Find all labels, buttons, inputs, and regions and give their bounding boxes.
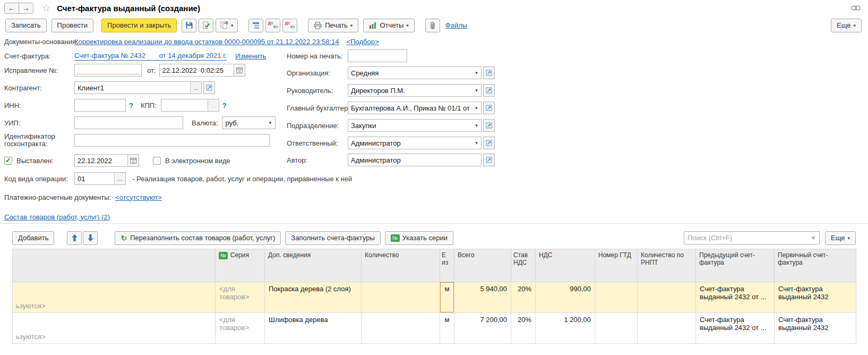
reports-button[interactable]: Отчеты ▾	[363, 19, 414, 32]
attachments-button[interactable]	[425, 19, 440, 32]
vat-rate-cell[interactable]: 20%	[511, 282, 536, 313]
department-input[interactable]	[348, 120, 472, 131]
total-cell[interactable]: 7 200,00	[454, 313, 511, 344]
open-button[interactable]	[483, 119, 495, 132]
column-header-vat-rate[interactable]: Став НДС	[511, 249, 536, 282]
primary-invoice-cell[interactable]: Счет-фактура выданный 2432	[775, 313, 856, 344]
unit-cell[interactable]: м	[440, 313, 454, 344]
column-header-nomenclature[interactable]	[13, 249, 216, 282]
clear-search-icon[interactable]: ×	[807, 234, 819, 242]
get-link-button[interactable]	[851, 5, 861, 13]
write-button[interactable]: Записать	[5, 19, 47, 32]
issued-checkbox[interactable]: ✓	[4, 157, 12, 165]
open-button[interactable]	[483, 154, 495, 166]
forward-button[interactable]: →	[19, 3, 33, 14]
open-button[interactable]	[483, 66, 495, 79]
chevron-down-icon[interactable]: ▾	[472, 84, 481, 96]
quantity-cell[interactable]	[362, 282, 440, 313]
total-cell[interactable]: 5 940,00	[454, 282, 511, 313]
save-button[interactable]	[182, 19, 196, 32]
postings-report-button[interactable]: ДтКт	[282, 19, 297, 32]
fill-invoices-button[interactable]: Заполнить счета-фактуры	[285, 231, 381, 245]
open-button[interactable]	[203, 81, 215, 94]
chevron-down-icon[interactable]: ▾	[266, 117, 275, 129]
move-down-button[interactable]	[83, 231, 98, 245]
previous-invoice-cell[interactable]: Счет-фактура выданный 2432 от ...	[696, 313, 775, 344]
column-header-previous-invoice[interactable]: Предыдущий счет-фактура	[696, 249, 775, 282]
invoice-change-link[interactable]: Изменить	[235, 52, 267, 60]
add-row-button[interactable]: Добавить	[12, 231, 54, 245]
rnpt-quantity-cell[interactable]	[638, 282, 696, 313]
back-button[interactable]: ←	[4, 3, 19, 14]
chevron-down-icon[interactable]: ▾	[472, 102, 481, 114]
inn-input[interactable]	[75, 99, 125, 111]
chevron-down-icon[interactable]: ▾	[472, 120, 481, 131]
print-number-input[interactable]	[348, 50, 407, 62]
print-button[interactable]: Печать ▾	[308, 19, 358, 32]
invoice-link[interactable]: Счет-фактура № 2432 от 14 декабря 2021 г…	[74, 52, 227, 61]
favorites-star-icon[interactable]: ☆	[42, 2, 50, 14]
quantity-cell[interactable]	[362, 313, 440, 344]
set-series-button[interactable]: № Указать серии	[385, 231, 453, 245]
files-link[interactable]: Файлы	[445, 21, 467, 29]
series-cell[interactable]: <для товаров>	[216, 313, 265, 344]
manager-input[interactable]	[348, 84, 472, 96]
uip-input[interactable]	[75, 117, 183, 129]
rnpt-quantity-cell[interactable]	[638, 313, 696, 344]
open-button[interactable]	[483, 84, 495, 97]
base-document-link[interactable]: Корректировка реализации до ввода остатк…	[74, 38, 339, 46]
extra-info-cell[interactable]: Шлифовка дерева	[265, 313, 362, 344]
table-more-button[interactable]: Еще ▾	[825, 231, 856, 245]
inn-help-icon[interactable]: ?	[129, 102, 133, 109]
kpp-help-icon[interactable]: ?	[222, 102, 227, 109]
post-and-close-button[interactable]: Провести и закрыть	[101, 19, 177, 32]
vat-cell[interactable]: 1 200,00	[536, 313, 595, 344]
column-header-vat[interactable]: НДС	[536, 249, 595, 282]
more-button[interactable]: Еще ▾	[831, 19, 862, 32]
previous-invoice-cell[interactable]: Счет-фактура выданный 2432 от ...	[696, 282, 775, 313]
document-postings-button[interactable]: ДтКт	[265, 19, 280, 32]
correction-date-input[interactable]	[160, 64, 234, 76]
payment-docs-link[interactable]: <отсутствуют>	[115, 193, 162, 201]
table-row[interactable]: ьзуются> <для товаров> Шлифовка дерева м…	[13, 313, 856, 344]
counterparty-input[interactable]	[75, 82, 190, 94]
gtd-cell[interactable]	[595, 313, 638, 344]
column-header-quantity[interactable]: Количество	[362, 249, 440, 282]
primary-invoice-cell[interactable]: Счет-фактура выданный 2432	[775, 282, 856, 313]
search-input[interactable]	[684, 234, 807, 242]
move-up-button[interactable]	[67, 231, 82, 245]
column-header-series[interactable]: №Серия	[216, 249, 265, 282]
responsible-input[interactable]	[348, 137, 472, 149]
chevron-down-icon[interactable]: ▾	[472, 137, 481, 149]
vat-cell[interactable]: 990,00	[536, 282, 595, 313]
refill-items-button[interactable]: ↻ Перезаполнить состав товаров (работ, у…	[115, 231, 281, 245]
column-header-primary-invoice[interactable]: Первичный счет-фактура	[775, 249, 856, 282]
open-button[interactable]	[483, 137, 495, 149]
chevron-down-icon[interactable]: ▾	[472, 67, 481, 79]
base-docs-pick-link[interactable]: <Подбор>	[347, 38, 379, 46]
series-cell[interactable]: <для товаров>	[216, 282, 265, 313]
calendar-button[interactable]	[127, 155, 139, 166]
gtd-cell[interactable]	[595, 282, 638, 313]
nomenclature-cell[interactable]: ьзуются>	[13, 282, 216, 313]
currency-input[interactable]	[223, 117, 266, 129]
column-header-extra-info[interactable]: Доп. сведения	[265, 249, 362, 282]
author-input[interactable]	[348, 154, 481, 166]
related-documents-button[interactable]	[248, 19, 263, 32]
goods-section-link[interactable]: Состав товаров (работ, услуг) (2)	[4, 213, 110, 221]
column-header-unit[interactable]: Е из	[440, 249, 454, 282]
op-code-input[interactable]	[75, 173, 114, 184]
gov-contract-input[interactable]	[75, 134, 269, 146]
create-based-on-button[interactable]: ▾	[216, 19, 238, 32]
kpp-choose-button[interactable]: ...	[208, 99, 219, 111]
organization-input[interactable]	[348, 67, 472, 79]
post-button[interactable]: Провести	[51, 19, 94, 32]
extra-info-cell[interactable]: Покраска дерева (2 слоя)	[265, 282, 362, 313]
choose-button[interactable]: ...	[190, 82, 201, 94]
column-header-rnpt-quantity[interactable]: Количество по РНПТ	[638, 249, 696, 282]
kpp-input[interactable]	[161, 99, 208, 111]
nomenclature-cell[interactable]: ьзуются>	[13, 313, 216, 344]
issued-date-input[interactable]	[75, 155, 127, 166]
column-header-total[interactable]: Всего	[454, 249, 511, 282]
open-button[interactable]	[483, 102, 495, 114]
